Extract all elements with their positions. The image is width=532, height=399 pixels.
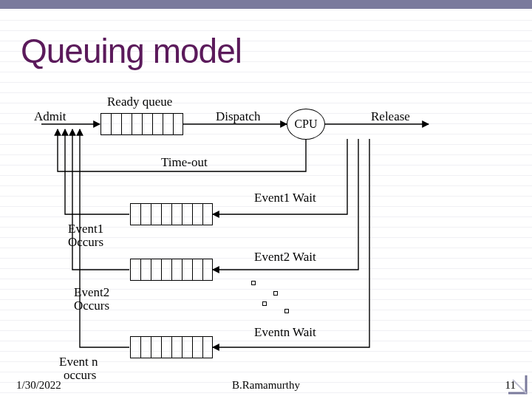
footer-author: B.Ramamurthy (232, 379, 300, 392)
footer-date: 1/30/2022 (16, 379, 61, 392)
page-corner-icon (507, 374, 528, 395)
page-title: Queuing model (21, 31, 242, 71)
